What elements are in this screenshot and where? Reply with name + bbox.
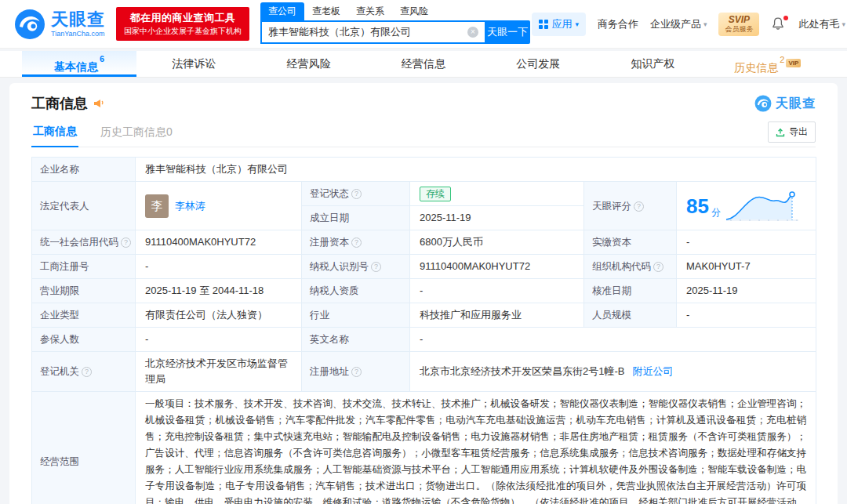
reg-status-value-cell: 存续 <box>410 182 584 206</box>
industry-label-cell: 行业 <box>302 303 410 328</box>
tab-history-info[interactable]: 历史信息2VIP <box>711 51 825 77</box>
notifications-bell[interactable] <box>771 16 787 32</box>
credit-code-value: 91110400MAK0HYUT72 <box>145 236 256 248</box>
approve-date-value: 2025-11-19 <box>686 285 738 296</box>
business-cooperation-link[interactable]: 商务合作 <box>598 17 638 31</box>
company-name-value: 雅丰智能科技（北京）有限公司 <box>145 163 288 175</box>
score-value: 85 <box>686 194 709 218</box>
insured-value-cell: - <box>136 328 302 352</box>
search-input[interactable] <box>260 20 485 44</box>
approve-date-label-cell: 核准日期 <box>584 279 677 303</box>
credit-code-value-cell: 91110400MAK0HYUT72 <box>136 230 302 255</box>
info-icon[interactable]: ? <box>351 367 362 377</box>
table-row: 营业期限 2025-11-19 至 2044-11-18 纳税人资质 - 核准日… <box>32 279 816 303</box>
business-scope-value: 一般项目：技术服务、技术开发、技术咨询、技术交流、技术转让、技术推广；机械设备研… <box>145 396 806 504</box>
table-row: 参保人数 - 英文名称 - <box>32 328 816 352</box>
user-name: 此处有毛 <box>798 17 839 31</box>
card-header: 工商信息 天眼查 <box>31 94 816 113</box>
export-icon <box>776 128 785 137</box>
logo-name: 天眼查 <box>51 10 105 28</box>
tab-label: 知识产权 <box>631 57 675 70</box>
search-tab-boss[interactable]: 查老板 <box>304 2 348 20</box>
info-icon[interactable]: ? <box>82 367 92 377</box>
table-row: 企业类型 有限责任公司（法人独资） 行业 科技推广和应用服务业 人员规模 - <box>32 303 816 328</box>
tab-business-risk[interactable]: 经营风险 <box>252 51 366 77</box>
search-tabs: 查公司 查老板 查关系 查风险 <box>260 4 530 20</box>
table-row: 法定代表人 李 李林涛 登记状态? 存续 天眼评分? 85 分 <box>32 182 816 206</box>
reg-authority-value: 北京经济技术开发区市场监督管理局 <box>145 357 288 385</box>
info-icon[interactable]: ? <box>351 237 362 248</box>
enterprise-products-menu[interactable]: 企业级产品 ▾ <box>650 17 707 31</box>
reg-address-value: 北京市北京经济技术开发区荣昌东街2号1幢-B <box>420 365 624 377</box>
score-distribution-chart <box>723 188 802 224</box>
score-value-cell: 85 分 <box>677 182 816 230</box>
legal-rep-label: 法定代表人 <box>40 201 89 212</box>
nearby-companies-link[interactable]: 附近公司 <box>632 365 673 377</box>
search-button[interactable]: 天眼一下 <box>485 20 530 44</box>
paid-capital-value: - <box>686 236 689 248</box>
tianyancha-logo[interactable]: 天眼查 TianYanCha.com <box>14 9 105 40</box>
establish-date-label-cell: 成立日期 <box>302 206 410 230</box>
chevron-down-icon: ▾ <box>842 20 845 28</box>
info-icon[interactable]: ? <box>371 262 381 272</box>
org-code-label: 组织机构代码 <box>592 261 651 272</box>
establish-date-label: 成立日期 <box>310 212 349 223</box>
legal-rep-link[interactable]: 李林涛 <box>175 198 205 214</box>
business-scope-label-cell: 经营范围 <box>32 392 136 504</box>
export-button[interactable]: 导出 <box>768 121 816 143</box>
reg-capital-label: 注册资本 <box>310 237 349 248</box>
score-unit: 分 <box>711 205 721 220</box>
insured-label-cell: 参保人数 <box>32 328 136 352</box>
taxpayer-id-label: 纳税人识别号 <box>310 261 369 272</box>
tab-label: 经营信息 <box>402 57 445 70</box>
tab-label: 基本信息 <box>54 60 98 73</box>
tab-business-registration-info[interactable]: 工商信息 <box>31 125 78 147</box>
svip-badge[interactable]: SVIP 会员服务 <box>718 13 759 36</box>
tab-basic-info[interactable]: 基本信息6 <box>22 51 136 77</box>
business-scope-label: 经营范围 <box>40 456 79 467</box>
user-menu[interactable]: 此处有毛 ▾ <box>798 17 845 31</box>
company-name-value-cell: 雅丰智能科技（北京）有限公司 <box>136 158 816 182</box>
business-info-table: 企业名称 雅丰智能科技（北京）有限公司 法定代表人 李 李林涛 登记状态? 存续… <box>31 157 816 504</box>
company-type-label: 企业类型 <box>40 310 79 321</box>
reg-address-value-cell: 北京市北京经济技术开发区荣昌东街2号1幢-B附近公司 <box>410 352 816 392</box>
reg-number-value-cell: - <box>136 255 302 279</box>
tab-count: 6 <box>100 54 104 63</box>
export-label: 导出 <box>789 125 808 139</box>
tab-history-business-info[interactable]: 历史工商信息0 <box>99 125 174 147</box>
search-tab-company[interactable]: 查公司 <box>260 2 304 20</box>
taxpayer-id-label-cell: 纳税人识别号? <box>302 255 410 279</box>
company-name-label: 企业名称 <box>40 164 79 175</box>
staff-size-label-cell: 人员规模 <box>584 303 677 328</box>
status-badge: 存续 <box>420 187 451 201</box>
clear-search-icon[interactable]: × <box>467 27 478 38</box>
search-tab-relations[interactable]: 查关系 <box>348 2 392 20</box>
tab-operating-info[interactable]: 经营信息 <box>366 51 481 77</box>
company-type-label-cell: 企业类型 <box>32 303 136 328</box>
announcement-icon <box>93 97 105 110</box>
staff-size-label: 人员规模 <box>592 310 631 321</box>
establish-date-value-cell: 2025-11-19 <box>410 206 584 230</box>
tab-legal-proceedings[interactable]: 法律诉讼 <box>136 51 251 77</box>
tab-label: 经营风险 <box>287 57 331 70</box>
info-icon[interactable]: ? <box>121 237 131 248</box>
page-title: 工商信息 <box>31 94 88 113</box>
apps-menu[interactable]: 应用 ▾ <box>532 13 586 36</box>
info-icon[interactable]: ? <box>351 189 362 199</box>
english-name-value-cell: - <box>410 328 816 352</box>
company-type-value-cell: 有限责任公司（法人独资） <box>136 303 302 328</box>
logo-domain: TianYanCha.com <box>51 30 105 38</box>
score-label-cell: 天眼评分? <box>584 182 677 230</box>
tab-intellectual-property[interactable]: 知识产权 <box>595 51 710 77</box>
info-icon[interactable]: ? <box>653 262 663 272</box>
company-name-label-cell: 企业名称 <box>32 158 136 182</box>
tab-company-development[interactable]: 公司发展 <box>481 51 595 77</box>
info-icon[interactable]: ? <box>634 201 644 212</box>
paid-capital-label-cell: 实缴资本 <box>584 230 677 255</box>
credit-code-label: 统一社会信用代码 <box>40 237 118 248</box>
search-tab-risk[interactable]: 查风险 <box>392 2 436 20</box>
legal-rep-label-cell: 法定代表人 <box>32 182 136 230</box>
legal-rep-avatar: 李 <box>145 194 169 218</box>
promo-line2: 国家中小企业发展子基金旗下机构 <box>124 26 242 36</box>
reg-number-label: 工商注册号 <box>40 261 89 272</box>
